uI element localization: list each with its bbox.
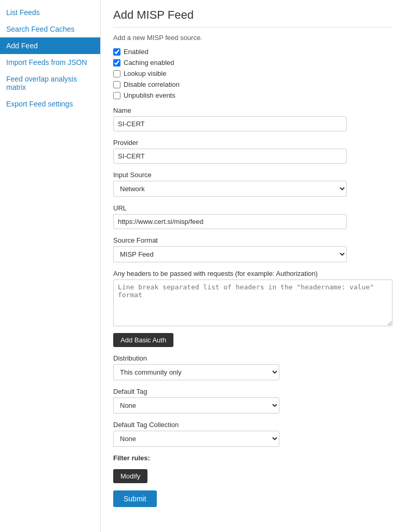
sidebar-item-list-feeds[interactable]: List Feeds xyxy=(0,4,100,21)
checkbox-caching-enabled: Caching enabled xyxy=(113,59,393,66)
sidebar-item-export-feed-settings[interactable]: Export Feed settings xyxy=(0,96,100,112)
checkbox-unpublish-events: Unpublish events xyxy=(113,91,393,99)
input-source-select[interactable]: Network Local xyxy=(113,181,347,197)
distribution-label: Distribution xyxy=(113,354,393,362)
name-input[interactable] xyxy=(113,116,347,131)
name-label: Name xyxy=(113,107,393,114)
source-format-label: Source Format xyxy=(113,236,393,244)
modify-button[interactable]: Modify xyxy=(113,469,147,483)
provider-group: Provider xyxy=(113,139,393,164)
checkbox-lookup-visible: Lookup visible xyxy=(113,70,393,77)
checkbox-enabled: Enabled xyxy=(113,48,393,56)
enabled-label[interactable]: Enabled xyxy=(124,48,148,56)
default-tag-collection-label: Default Tag Collection xyxy=(113,421,393,429)
page-title: Add MISP Feed xyxy=(113,8,393,28)
default-tag-select[interactable]: None xyxy=(113,397,279,414)
source-format-select[interactable]: MISP Feed Freetext Parsed CSV Parsed xyxy=(113,246,347,262)
sidebar-item-import-feeds-from-json[interactable]: Import Feeds from JSON xyxy=(0,54,100,71)
input-source-label: Input Source xyxy=(113,171,393,179)
headers-label: Any headers to be passed with requests (… xyxy=(113,270,393,277)
default-tag-label: Default Tag xyxy=(113,388,393,395)
enabled-checkbox[interactable] xyxy=(113,48,120,56)
unpublish-events-checkbox[interactable] xyxy=(113,92,120,99)
caching-enabled-checkbox[interactable] xyxy=(113,59,120,66)
headers-group: Any headers to be passed with requests (… xyxy=(113,270,393,328)
main-content: Add MISP Feed Add a new MISP feed source… xyxy=(101,0,405,532)
distribution-group: Distribution This community only Your or… xyxy=(113,354,393,380)
sidebar-item-add-feed[interactable]: Add Feed xyxy=(0,37,100,54)
filter-rules-label: Filter rules: xyxy=(113,454,393,462)
source-format-group: Source Format MISP Feed Freetext Parsed … xyxy=(113,236,393,262)
sidebar-item-search-feed-caches[interactable]: Search Feed Caches xyxy=(0,21,100,37)
url-label: URL xyxy=(113,204,393,212)
default-tag-group: Default Tag None xyxy=(113,388,393,414)
disable-correlation-label[interactable]: Disable correlation xyxy=(124,81,180,88)
name-group: Name xyxy=(113,107,393,131)
distribution-select[interactable]: This community only Your organisation on… xyxy=(113,364,279,380)
input-source-group: Input Source Network Local xyxy=(113,171,393,197)
lookup-visible-checkbox[interactable] xyxy=(113,70,120,77)
form-description: Add a new MISP feed source. xyxy=(113,34,393,42)
sidebar-item-feed-overlap-analysis-matrix[interactable]: Feed overlap analysis matrix xyxy=(0,71,100,96)
unpublish-events-label[interactable]: Unpublish events xyxy=(124,91,176,99)
caching-enabled-label[interactable]: Caching enabled xyxy=(124,59,174,66)
url-input[interactable] xyxy=(113,214,347,229)
provider-input[interactable] xyxy=(113,149,347,164)
add-basic-auth-button[interactable]: Add Basic Auth xyxy=(113,333,173,347)
url-group: URL xyxy=(113,204,393,229)
default-tag-collection-select[interactable]: None xyxy=(113,431,279,447)
submit-button[interactable]: Submit xyxy=(113,490,157,507)
checkbox-disable-correlation: Disable correlation xyxy=(113,81,393,88)
default-tag-collection-group: Default Tag Collection None xyxy=(113,421,393,447)
headers-textarea[interactable] xyxy=(113,280,393,326)
disable-correlation-checkbox[interactable] xyxy=(113,81,120,88)
lookup-visible-label[interactable]: Lookup visible xyxy=(124,70,166,77)
sidebar: List Feeds Search Feed Caches Add Feed I… xyxy=(0,0,101,532)
provider-label: Provider xyxy=(113,139,393,147)
